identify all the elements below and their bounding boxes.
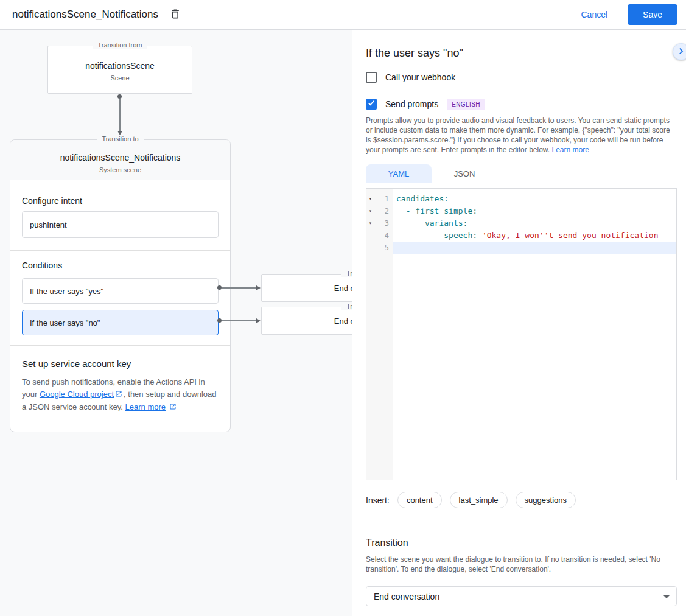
learn-more-link[interactable]: Learn more — [125, 402, 166, 411]
learn-more-link[interactable]: Learn more — [552, 145, 589, 154]
insert-row: Insert: content last_simple suggestions — [366, 492, 677, 508]
connector-dot — [217, 318, 222, 323]
code-line: 4 - speech: 'Okay, I won''t send you not… — [366, 229, 676, 242]
code-line: ▾2 - first_simple: — [366, 205, 676, 217]
divider — [10, 250, 230, 251]
arrow-right-icon — [256, 318, 261, 323]
condition-item-yes[interactable]: If the user says "yes" — [22, 278, 219, 304]
send-prompts-checkbox[interactable] — [366, 99, 377, 110]
connector-dot — [217, 285, 222, 290]
external-link-icon[interactable] — [115, 389, 122, 401]
trash-icon — [169, 8, 181, 22]
connector-line — [222, 287, 256, 289]
collapse-panel-button[interactable] — [673, 43, 686, 60]
connector-line — [119, 99, 121, 131]
end-node-title: End conversation — [334, 284, 352, 293]
condition-detail-panel: If the user says "no" Call your webhook … — [352, 30, 686, 616]
connector-line — [222, 320, 256, 321]
prompts-description-text: Prompts allow you to provide audio and v… — [366, 116, 670, 154]
prompts-description: Prompts allow you to provide audio and v… — [366, 116, 677, 155]
insert-chip-suggestions[interactable]: suggestions — [516, 492, 576, 508]
top-bar: notificationsScene_Notifications Cancel … — [0, 0, 686, 30]
transition-description: Select the scene you want the dialogue t… — [366, 555, 677, 574]
from-scene-type: Scene — [48, 74, 192, 82]
cancel-button[interactable]: Cancel — [581, 10, 607, 19]
checkmark-icon — [367, 99, 376, 110]
scene-name: notificationsScene_Notifications — [10, 153, 230, 163]
from-scene-name: notificationsScene — [48, 61, 192, 71]
line-number: 2 — [385, 205, 389, 217]
arrow-right-icon — [256, 285, 261, 290]
divider — [10, 345, 230, 346]
editor-tabs: YAML JSON — [366, 164, 677, 183]
line-number: 4 — [385, 229, 389, 242]
dropdown-caret-icon — [663, 595, 670, 598]
condition-item-no[interactable]: If the user says "no" — [22, 310, 219, 335]
end-node-title: End conversation — [334, 317, 352, 326]
page-title: notificationsScene_Notifications — [12, 9, 158, 21]
google-cloud-project-link[interactable]: Google Cloud project — [40, 390, 114, 399]
conditions-label: Conditions — [22, 261, 219, 270]
code-line: ▾1 candidates: — [366, 193, 676, 205]
end-conversation-node-2[interactable]: Transition to End conversation — [261, 307, 352, 335]
configure-intent-label: Configure intent — [22, 196, 219, 206]
active-code-line — [393, 242, 676, 254]
line-number: 3 — [385, 217, 389, 229]
connector-dot — [117, 94, 122, 99]
scene-diagram-panel: Transition from notificationsScene Scene… — [0, 30, 352, 616]
intent-item-pushintent[interactable]: pushIntent — [22, 211, 219, 238]
transition-to-label: Transition to — [262, 270, 352, 277]
code-line: ▾3 variants: — [366, 217, 676, 229]
delete-scene-button[interactable] — [169, 8, 181, 22]
fold-icon[interactable]: ▾ — [369, 193, 372, 205]
webhook-row: Call your webhook — [366, 71, 677, 83]
panel-title: If the user says "no" — [366, 47, 677, 60]
send-prompts-label: Send prompts — [385, 99, 438, 109]
code-line: 5 — [366, 242, 676, 254]
insert-label: Insert: — [366, 495, 390, 505]
send-prompts-row: Send prompts ENGLISH — [366, 98, 677, 110]
insert-chip-last-simple[interactable]: last_simple — [450, 492, 508, 508]
transition-from-label: Transition from — [48, 41, 192, 49]
external-link-icon[interactable] — [169, 402, 177, 414]
service-key-text: To send push notifications, enable the A… — [22, 376, 219, 414]
fold-icon[interactable]: ▾ — [369, 217, 372, 229]
call-webhook-label: Call your webhook — [385, 72, 455, 82]
end-conversation-node-1[interactable]: Transition to End conversation — [261, 274, 352, 302]
transition-from-node[interactable]: Transition from notificationsScene Scene — [47, 46, 192, 94]
service-key-heading: Set up service account key — [22, 359, 219, 369]
tab-yaml[interactable]: YAML — [366, 164, 432, 183]
insert-chip-content[interactable]: content — [397, 492, 442, 508]
fold-icon[interactable]: ▾ — [369, 205, 372, 217]
chevron-right-icon — [675, 45, 686, 59]
divider — [352, 520, 686, 520]
scene-card: Transition to notificationsScene_Notific… — [10, 139, 231, 432]
call-webhook-checkbox[interactable] — [366, 72, 377, 83]
line-number: 1 — [385, 193, 389, 205]
scene-type: System scene — [10, 166, 230, 173]
tab-json[interactable]: JSON — [432, 164, 497, 183]
language-badge: ENGLISH — [447, 99, 485, 110]
scene-card-header: notificationsScene_Notifications System … — [10, 140, 230, 180]
yaml-editor[interactable]: ▾1 candidates: ▾2 - first_simple: ▾3 var… — [366, 188, 677, 480]
transition-select-value: End conversation — [374, 592, 439, 601]
transition-to-label: Transition to — [262, 303, 352, 310]
transition-heading: Transition — [366, 537, 677, 548]
line-number: 5 — [385, 242, 389, 254]
arrow-down-icon — [117, 131, 122, 135]
transition-select[interactable]: End conversation — [366, 586, 677, 606]
save-button[interactable]: Save — [628, 4, 677, 25]
